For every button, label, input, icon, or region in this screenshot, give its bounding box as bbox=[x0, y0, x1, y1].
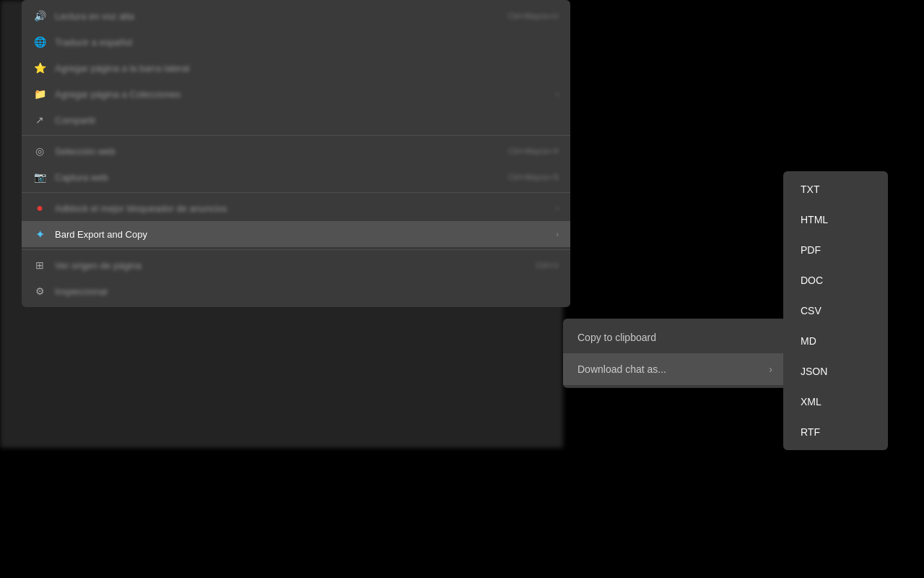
format-md-label: MD bbox=[801, 335, 816, 347]
seleccion-web-label: Selección web bbox=[55, 146, 500, 157]
ver-origen-shortcut: Ctrl+U bbox=[536, 261, 559, 269]
menu-item-agregar-barra[interactable]: ⭐ Agregar página a la barra lateral bbox=[22, 55, 570, 81]
format-doc-label: DOC bbox=[801, 275, 823, 286]
format-item-doc[interactable]: DOC bbox=[783, 265, 888, 296]
bard-export-label: Bard Export and Copy bbox=[55, 229, 547, 240]
format-csv-label: CSV bbox=[801, 305, 821, 316]
format-xml-label: XML bbox=[801, 396, 821, 407]
ver-origen-icon: ⊞ bbox=[33, 259, 46, 272]
seleccion-web-icon: ◎ bbox=[33, 144, 46, 158]
agregar-colecciones-icon: 📁 bbox=[33, 87, 46, 100]
adblock-label: Adblock el mejor bloqueador de anuncios bbox=[55, 203, 547, 214]
compartir-label: Compartir bbox=[55, 115, 559, 126]
format-pdf-label: PDF bbox=[801, 244, 821, 256]
agregar-barra-label: Agregar página a la barra lateral bbox=[55, 63, 559, 74]
submenu-item-download-chat[interactable]: Download chat as... › bbox=[563, 353, 787, 385]
agregar-colecciones-label: Agregar página a Colecciones bbox=[55, 89, 547, 100]
primary-context-menu: 🔊 Lectura en voz alta Ctrl+Mayús+U 🌐 Tra… bbox=[22, 0, 570, 307]
menu-item-inspeccionar[interactable]: ⚙ Inspeccionar bbox=[22, 278, 570, 304]
menu-item-lectura-voz[interactable]: 🔊 Lectura en voz alta Ctrl+Mayús+U bbox=[22, 3, 570, 29]
traducir-icon: 🌐 bbox=[33, 35, 46, 48]
format-item-txt[interactable]: TXT bbox=[783, 174, 888, 204]
format-item-xml[interactable]: XML bbox=[783, 387, 888, 417]
download-chat-label: Download chat as... bbox=[578, 363, 666, 375]
captura-web-icon: 📷 bbox=[33, 171, 46, 184]
lectura-voz-label: Lectura en voz alta bbox=[55, 11, 500, 22]
agregar-colecciones-chevron: › bbox=[556, 90, 559, 98]
traducir-label: Traducir a español bbox=[55, 37, 559, 48]
secondary-context-menu: Copy to clipboard Download chat as... › bbox=[563, 319, 787, 388]
format-html-label: HTML bbox=[801, 214, 828, 225]
format-item-md[interactable]: MD bbox=[783, 326, 888, 356]
format-txt-label: TXT bbox=[801, 184, 819, 195]
format-rtf-label: RTF bbox=[801, 426, 820, 438]
menu-item-adblock[interactable]: ● Adblock el mejor bloqueador de anuncio… bbox=[22, 195, 570, 221]
inspeccionar-label: Inspeccionar bbox=[55, 286, 559, 297]
ver-origen-label: Ver origen de página bbox=[55, 260, 528, 271]
bard-export-chevron: › bbox=[556, 230, 559, 238]
captura-web-label: Captura web bbox=[55, 172, 500, 183]
format-item-rtf[interactable]: RTF bbox=[783, 417, 888, 447]
format-item-json[interactable]: JSON bbox=[783, 356, 888, 387]
adblock-icon: ● bbox=[33, 202, 46, 215]
format-item-pdf[interactable]: PDF bbox=[783, 235, 888, 265]
copy-clipboard-label: Copy to clipboard bbox=[578, 332, 656, 343]
bard-export-icon: ✦ bbox=[33, 228, 46, 241]
menu-item-bard-export[interactable]: ✦ Bard Export and Copy › bbox=[22, 221, 570, 247]
divider-3 bbox=[22, 249, 570, 250]
menu-item-captura-web[interactable]: 📷 Captura web Ctrl+Mayús+S bbox=[22, 164, 570, 190]
divider-2 bbox=[22, 192, 570, 193]
format-json-label: JSON bbox=[801, 366, 827, 377]
format-item-html[interactable]: HTML bbox=[783, 204, 888, 235]
adblock-chevron: › bbox=[556, 204, 559, 212]
menu-item-ver-origen[interactable]: ⊞ Ver origen de página Ctrl+U bbox=[22, 252, 570, 278]
captura-web-shortcut: Ctrl+Mayús+S bbox=[508, 173, 559, 181]
menu-item-compartir[interactable]: ↗ Compartir bbox=[22, 107, 570, 133]
format-item-csv[interactable]: CSV bbox=[783, 296, 888, 326]
lectura-voz-icon: 🔊 bbox=[33, 9, 46, 22]
divider-1 bbox=[22, 135, 570, 136]
menu-item-agregar-colecciones[interactable]: 📁 Agregar página a Colecciones › bbox=[22, 81, 570, 107]
inspeccionar-icon: ⚙ bbox=[33, 285, 46, 298]
lectura-voz-shortcut: Ctrl+Mayús+U bbox=[508, 12, 559, 20]
formats-context-menu: TXT HTML PDF DOC CSV MD JSON XML RTF bbox=[783, 171, 888, 450]
download-chat-chevron: › bbox=[769, 363, 772, 375]
compartir-icon: ↗ bbox=[33, 113, 46, 126]
agregar-barra-icon: ⭐ bbox=[33, 61, 46, 74]
menu-item-traducir[interactable]: 🌐 Traducir a español bbox=[22, 29, 570, 55]
submenu-item-copy-clipboard[interactable]: Copy to clipboard bbox=[563, 322, 787, 353]
menu-item-seleccion-web[interactable]: ◎ Selección web Ctrl+Mayús+X bbox=[22, 138, 570, 164]
seleccion-web-shortcut: Ctrl+Mayús+X bbox=[508, 147, 559, 155]
